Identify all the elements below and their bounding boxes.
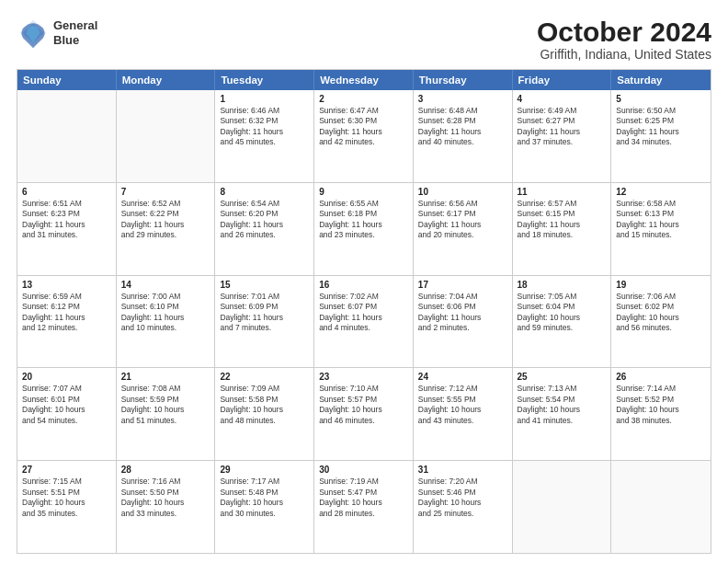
calendar-cell: 31Sunrise: 7:20 AMSunset: 5:46 PMDayligh… <box>414 461 513 553</box>
calendar-cell: 13Sunrise: 6:59 AMSunset: 6:12 PMDayligh… <box>17 276 117 368</box>
calendar-cell: 4Sunrise: 6:49 AMSunset: 6:27 PMDaylight… <box>513 90 612 182</box>
cell-info: Sunrise: 6:59 AMSunset: 6:12 PMDaylight:… <box>22 292 111 334</box>
calendar-cell: 26Sunrise: 7:14 AMSunset: 5:52 PMDayligh… <box>611 368 711 460</box>
calendar-cell <box>17 90 117 182</box>
logo-text: General Blue <box>53 18 97 47</box>
calendar-cell: 27Sunrise: 7:15 AMSunset: 5:51 PMDayligh… <box>17 461 117 553</box>
calendar-cell: 18Sunrise: 7:05 AMSunset: 6:04 PMDayligh… <box>513 276 612 368</box>
day-number: 21 <box>121 372 210 382</box>
cell-info: Sunrise: 7:05 AMSunset: 6:04 PMDaylight:… <box>518 292 607 334</box>
cell-info: Sunrise: 6:58 AMSunset: 6:13 PMDaylight:… <box>616 199 706 241</box>
calendar-cell: 11Sunrise: 6:57 AMSunset: 6:15 PMDayligh… <box>513 183 612 275</box>
cell-info: Sunrise: 6:55 AMSunset: 6:18 PMDaylight:… <box>319 199 408 241</box>
weekday-header: Friday <box>513 70 612 90</box>
cell-info: Sunrise: 6:47 AMSunset: 6:30 PMDaylight:… <box>319 106 408 148</box>
calendar-cell: 22Sunrise: 7:09 AMSunset: 5:58 PMDayligh… <box>215 368 314 460</box>
weekday-header: Wednesday <box>314 70 414 90</box>
calendar-cell: 12Sunrise: 6:58 AMSunset: 6:13 PMDayligh… <box>611 183 711 275</box>
calendar-cell: 1Sunrise: 6:46 AMSunset: 6:32 PMDaylight… <box>215 90 314 182</box>
day-number: 29 <box>220 465 309 475</box>
calendar-row: 13Sunrise: 6:59 AMSunset: 6:12 PMDayligh… <box>17 275 711 368</box>
calendar-cell: 9Sunrise: 6:55 AMSunset: 6:18 PMDaylight… <box>314 183 414 275</box>
calendar-row: 1Sunrise: 6:46 AMSunset: 6:32 PMDaylight… <box>17 90 711 182</box>
day-number: 27 <box>22 465 111 475</box>
cell-info: Sunrise: 7:19 AMSunset: 5:47 PMDaylight:… <box>319 477 408 519</box>
title-block: October 2024 Griffith, Indiana, United S… <box>537 17 711 62</box>
cell-info: Sunrise: 6:51 AMSunset: 6:23 PMDaylight:… <box>22 199 111 241</box>
day-number: 8 <box>220 187 309 197</box>
day-number: 25 <box>518 372 607 382</box>
calendar-cell: 5Sunrise: 6:50 AMSunset: 6:25 PMDaylight… <box>611 90 711 182</box>
weekday-header: Saturday <box>611 70 711 90</box>
calendar-cell: 24Sunrise: 7:12 AMSunset: 5:55 PMDayligh… <box>414 368 513 460</box>
day-number: 3 <box>418 94 507 104</box>
day-number: 16 <box>319 280 408 290</box>
day-number: 9 <box>319 187 408 197</box>
cell-info: Sunrise: 7:13 AMSunset: 5:54 PMDaylight:… <box>518 384 607 426</box>
calendar-row: 6Sunrise: 6:51 AMSunset: 6:23 PMDaylight… <box>17 182 711 275</box>
calendar-row: 27Sunrise: 7:15 AMSunset: 5:51 PMDayligh… <box>17 460 711 553</box>
day-number: 11 <box>518 187 607 197</box>
calendar-cell: 3Sunrise: 6:48 AMSunset: 6:28 PMDaylight… <box>414 90 513 182</box>
day-number: 28 <box>121 465 210 475</box>
calendar-cell: 20Sunrise: 7:07 AMSunset: 6:01 PMDayligh… <box>17 368 117 460</box>
cell-info: Sunrise: 7:20 AMSunset: 5:46 PMDaylight:… <box>418 477 507 519</box>
calendar-cell: 30Sunrise: 7:19 AMSunset: 5:47 PMDayligh… <box>314 461 414 553</box>
weekday-header: Monday <box>117 70 216 90</box>
cell-info: Sunrise: 6:54 AMSunset: 6:20 PMDaylight:… <box>220 199 309 241</box>
calendar-cell <box>117 90 216 182</box>
cell-info: Sunrise: 6:56 AMSunset: 6:17 PMDaylight:… <box>418 199 507 241</box>
day-number: 31 <box>418 465 507 475</box>
day-number: 12 <box>616 187 706 197</box>
logo: General Blue <box>17 17 97 50</box>
day-number: 10 <box>418 187 507 197</box>
calendar-body: 1Sunrise: 6:46 AMSunset: 6:32 PMDaylight… <box>17 90 711 553</box>
weekday-header: Tuesday <box>215 70 314 90</box>
header: General Blue October 2024 Griffith, Indi… <box>17 17 711 62</box>
weekday-header: Sunday <box>17 70 117 90</box>
day-number: 30 <box>319 465 408 475</box>
day-number: 13 <box>22 280 111 290</box>
calendar-cell: 29Sunrise: 7:17 AMSunset: 5:48 PMDayligh… <box>215 461 314 553</box>
day-number: 24 <box>418 372 507 382</box>
cell-info: Sunrise: 6:46 AMSunset: 6:32 PMDaylight:… <box>220 106 309 148</box>
day-number: 18 <box>518 280 607 290</box>
calendar-cell: 8Sunrise: 6:54 AMSunset: 6:20 PMDaylight… <box>215 183 314 275</box>
calendar-cell: 16Sunrise: 7:02 AMSunset: 6:07 PMDayligh… <box>314 276 414 368</box>
cell-info: Sunrise: 6:52 AMSunset: 6:22 PMDaylight:… <box>121 199 210 241</box>
calendar-cell: 2Sunrise: 6:47 AMSunset: 6:30 PMDaylight… <box>314 90 414 182</box>
calendar-cell <box>611 461 711 553</box>
day-number: 20 <box>22 372 111 382</box>
day-number: 2 <box>319 94 408 104</box>
cell-info: Sunrise: 7:00 AMSunset: 6:10 PMDaylight:… <box>121 292 210 334</box>
calendar: SundayMondayTuesdayWednesdayThursdayFrid… <box>17 69 711 554</box>
calendar-cell <box>513 461 612 553</box>
calendar-header: SundayMondayTuesdayWednesdayThursdayFrid… <box>17 70 711 90</box>
calendar-cell: 25Sunrise: 7:13 AMSunset: 5:54 PMDayligh… <box>513 368 612 460</box>
day-number: 15 <box>220 280 309 290</box>
cell-info: Sunrise: 7:10 AMSunset: 5:57 PMDaylight:… <box>319 384 408 426</box>
cell-info: Sunrise: 7:15 AMSunset: 5:51 PMDaylight:… <box>22 477 111 519</box>
cell-info: Sunrise: 7:04 AMSunset: 6:06 PMDaylight:… <box>418 292 507 334</box>
day-number: 4 <box>518 94 607 104</box>
subtitle: Griffith, Indiana, United States <box>537 47 711 62</box>
cell-info: Sunrise: 6:57 AMSunset: 6:15 PMDaylight:… <box>518 199 607 241</box>
calendar-cell: 21Sunrise: 7:08 AMSunset: 5:59 PMDayligh… <box>117 368 216 460</box>
day-number: 7 <box>121 187 210 197</box>
cell-info: Sunrise: 7:14 AMSunset: 5:52 PMDaylight:… <box>616 384 706 426</box>
day-number: 1 <box>220 94 309 104</box>
cell-info: Sunrise: 7:17 AMSunset: 5:48 PMDaylight:… <box>220 477 309 519</box>
calendar-cell: 17Sunrise: 7:04 AMSunset: 6:06 PMDayligh… <box>414 276 513 368</box>
calendar-cell: 7Sunrise: 6:52 AMSunset: 6:22 PMDaylight… <box>117 183 216 275</box>
calendar-cell: 23Sunrise: 7:10 AMSunset: 5:57 PMDayligh… <box>314 368 414 460</box>
calendar-cell: 14Sunrise: 7:00 AMSunset: 6:10 PMDayligh… <box>117 276 216 368</box>
day-number: 19 <box>616 280 706 290</box>
cell-info: Sunrise: 7:16 AMSunset: 5:50 PMDaylight:… <box>121 477 210 519</box>
day-number: 23 <box>319 372 408 382</box>
cell-info: Sunrise: 6:49 AMSunset: 6:27 PMDaylight:… <box>518 106 607 148</box>
day-number: 5 <box>616 94 706 104</box>
calendar-cell: 28Sunrise: 7:16 AMSunset: 5:50 PMDayligh… <box>117 461 216 553</box>
cell-info: Sunrise: 6:48 AMSunset: 6:28 PMDaylight:… <box>418 106 507 148</box>
day-number: 26 <box>616 372 706 382</box>
weekday-header: Thursday <box>414 70 513 90</box>
